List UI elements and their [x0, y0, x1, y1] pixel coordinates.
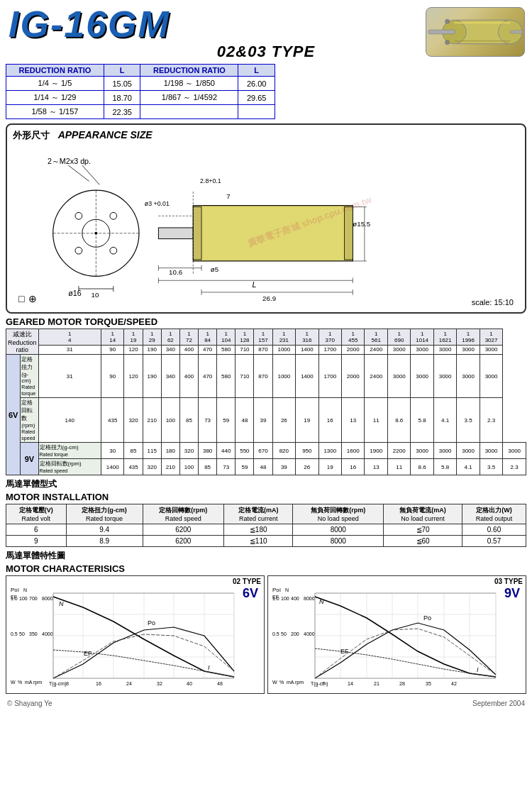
svg-text:350: 350 [29, 631, 38, 636]
ratio-col-1: 14 [38, 329, 101, 346]
install-header-cn: 定格電壓(V)Rated volt 定格扭力(g-cm)Rated torque… [6, 504, 526, 524]
technical-drawing: 2～M2x3 dp. ø16 10 [13, 145, 519, 308]
svg-text:Po: Po [272, 587, 279, 593]
svg-point-17 [75, 212, 82, 219]
no-load-current-6: ≦70 [384, 524, 462, 536]
ratio-col-3: 119 [124, 329, 143, 346]
no-load-current-9: ≦60 [384, 536, 462, 547]
col-l-1: L [104, 65, 140, 77]
ratio-col-17: 11014 [411, 329, 433, 346]
chart-6v: 02 TYPE 6V Po EF I N 1.0 100 700 8000 0.… [6, 575, 265, 694]
motor-image [426, 7, 525, 57]
symbols: □ ⊕ [18, 293, 37, 304]
ratio-col-4: 129 [143, 329, 161, 346]
svg-text:rpm: rpm [295, 680, 304, 685]
svg-text:ø15.5: ø15.5 [353, 220, 371, 228]
install-row-6v: 6 9.4 6200 ≦180 8000 ≦70 0.60 [6, 524, 526, 536]
output-6: 0.60 [462, 524, 526, 536]
ratio-col-5: 162 [161, 329, 179, 346]
chart-6v-svg: Po EF I N 1.0 100 700 8000 0.5 50 350 40… [9, 579, 243, 689]
9v-label: 9V [21, 443, 38, 475]
6v-torque-15: 2400 [365, 345, 387, 354]
geared-table: 减速比 Reduction ratio 14 114 119 129 162 1… [6, 329, 526, 475]
svg-text:%: % [18, 680, 22, 685]
l-val-2: 18.70 [104, 91, 140, 105]
6v-torque-3: 120 [124, 345, 143, 354]
svg-text:35: 35 [426, 681, 431, 686]
chart-9v-type: 03 TYPE [494, 578, 523, 585]
svg-text:ø5: ø5 [211, 265, 219, 273]
ratio-col-15: 1561 [365, 329, 387, 346]
6v-labels-torque: 6V 定格扭力(g-cm)Rated torque 31 90 120 190 … [6, 355, 526, 398]
torque-header: 定格扭力(g-cm)Rated torque [66, 504, 143, 524]
svg-text:50: 50 [19, 631, 25, 636]
output-9: 0.57 [462, 536, 526, 547]
torque-9: 8.9 [66, 536, 143, 547]
6v-torque-17: 3000 [411, 345, 433, 354]
6v-torque-16: 3000 [387, 345, 410, 354]
svg-text:32: 32 [157, 681, 162, 686]
svg-text:N: N [59, 600, 64, 607]
no-load-speed-header: 無負荷回轉數(rpm)No load speed [293, 504, 384, 524]
characteristics-section: 馬達單體特性圖 MOTOR CHARACTERISICS 02 TYPE 6V … [6, 550, 526, 694]
6v-torque-11: 1000 [272, 345, 295, 354]
6v-torque-20: 3000 [480, 345, 502, 354]
ratio-col-6: 172 [179, 329, 198, 346]
copyright: © Shayang Ye [7, 700, 52, 707]
current-6: ≦180 [223, 524, 292, 536]
geared-motor-section: GEARED MOTOR TORQUE/SPEED 减速比 Reduction … [6, 316, 526, 475]
svg-text:ø3 +0.01: ø3 +0.01 [145, 200, 170, 207]
6v-torque-8: 580 [217, 345, 235, 354]
table-row: 1/4 ～ 1/5 15.05 1/198 ～ 1/850 26.00 [6, 77, 275, 91]
svg-text:10: 10 [92, 291, 99, 299]
svg-text:ø16: ø16 [68, 289, 82, 297]
ratio-col-16: 1690 [387, 329, 410, 346]
svg-text:28: 28 [399, 681, 405, 686]
svg-text:mA: mA [287, 680, 294, 685]
l-val-1: 15.05 [104, 77, 140, 91]
chart-9v-svg: Po EF I N 1.0 100 400 8000 0.5 50 200 40… [271, 579, 505, 689]
9v-speed-row: 定格回転数(rpm)Rated speed 1400 435 320 210 1… [6, 459, 526, 475]
svg-text:4000: 4000 [304, 631, 315, 636]
6v-torque-18: 3000 [433, 345, 456, 354]
svg-text:100: 100 [281, 596, 289, 601]
table-row: 减速比 Reduction ratio 14 114 119 129 162 1… [6, 329, 526, 346]
svg-text:26.9: 26.9 [262, 294, 276, 302]
svg-text:0.5: 0.5 [272, 631, 279, 636]
l-val-4: 26.00 [238, 77, 275, 91]
svg-text:W: W [11, 680, 16, 685]
ratio-5: 1/867 ～ 1/4592 [140, 91, 238, 105]
svg-text:24: 24 [126, 681, 132, 686]
ratio-col-9: 1128 [235, 329, 254, 346]
appearance-cn-label: 外形尺寸 [13, 130, 50, 140]
svg-rect-4 [510, 31, 523, 33]
ratio-col-12: 1316 [296, 329, 318, 346]
torque-6: 9.4 [66, 524, 143, 536]
no-load-speed-6: 8000 [293, 524, 384, 536]
svg-text:48: 48 [217, 681, 223, 686]
motor-installation-title: MOTOR INSTALLATION [6, 492, 526, 502]
no-load-current-header: 無負荷電流(mA)No load current [384, 504, 462, 524]
l-val-3: 22.35 [104, 105, 140, 119]
9v-torque-row: 9V 定格扭力(g-cm)Rated torque 30 85 115 180 … [6, 443, 526, 459]
svg-text:16: 16 [96, 681, 101, 686]
svg-text:1.0: 1.0 [272, 596, 279, 601]
earth-symbol: ⊕ [28, 293, 37, 304]
6v-torque-9: 710 [235, 345, 254, 354]
ratio-col-11: 1231 [272, 329, 295, 346]
output-header: 定格出力(W)Rated output [462, 504, 526, 524]
svg-text:8000: 8000 [304, 596, 315, 601]
col-l-2: L [238, 65, 275, 77]
svg-text:N: N [285, 587, 289, 592]
svg-line-10 [68, 165, 89, 181]
motor-installation-cn-title: 馬達單體型式 [6, 478, 526, 490]
svg-text:2～M2x3 dp.: 2～M2x3 dp. [48, 157, 91, 165]
svg-text:Po: Po [423, 614, 431, 622]
ratio-2: 1/14 ～ 1/29 [6, 91, 104, 105]
header-section: IG-16GM 02&03 TYPE [0, 0, 532, 64]
svg-text:%: % [279, 680, 284, 685]
scale-label: scale: 15:10 [472, 298, 514, 307]
svg-text:I: I [279, 587, 281, 592]
ratio-col-13: 1370 [318, 329, 341, 346]
9v-torque-label: 定格扭力(g-cm)Rated torque [38, 443, 101, 459]
